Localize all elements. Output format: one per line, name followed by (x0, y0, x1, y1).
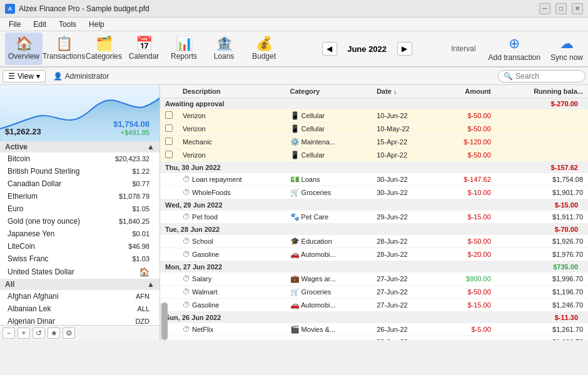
section-collapse-icon[interactable]: ▲ (147, 280, 155, 289)
navigation-area: ◀ June 2022 ▶ (285, 42, 449, 56)
add-transaction-label: Add transaction (489, 53, 540, 62)
menu-help[interactable]: Help (83, 19, 111, 30)
minimize-button[interactable]: ─ (539, 3, 550, 14)
refresh-button[interactable]: ↺ (33, 328, 45, 339)
clock-icon: ⏱ (183, 250, 190, 259)
clock-icon: ⏱ (183, 274, 190, 283)
close-button[interactable]: ✕ (572, 3, 583, 14)
settings-button[interactable]: ⚙ (63, 328, 75, 339)
menu-tools[interactable]: Tools (53, 19, 83, 30)
table-row[interactable]: ⏱ NetFlix 🎬 Movies &... 26-Jun-22 $-5.00… (160, 323, 588, 336)
table-row[interactable]: ⏱ WholeFoods 🛒 Groceries 30-Jun-22 $-10.… (160, 186, 588, 199)
toolbar-overview[interactable]: 🏠 Overview (5, 32, 43, 65)
add-account-button[interactable]: + (18, 328, 30, 339)
clock-icon: ⏱ (183, 301, 190, 309)
cat-icon: 🐾 (290, 212, 300, 221)
cat-icon: 🛒 (290, 188, 300, 197)
remove-account-button[interactable]: − (3, 328, 15, 339)
table-row[interactable]: Verizon 📱 Cellular 10-Apr-22 $-50.00 (160, 149, 588, 162)
transactions-label: Transactions (43, 52, 85, 61)
table-row[interactable]: ⏱ Salary 💼 Wages ar... 27-Jun-22 $800.00… (160, 272, 588, 286)
account-row[interactable]: British Pound Sterling $1.22 (0, 165, 160, 178)
right-panel: Description Category Date ↓ Amount Runni… (160, 85, 588, 340)
cat-icon: 🎬 (290, 325, 300, 334)
calendar-icon: 📅 (136, 37, 153, 51)
view-chevron-icon: ▾ (36, 72, 40, 81)
table-row[interactable]: 26-Jun-22 $1,966.70 (160, 336, 588, 341)
toolbar-transactions[interactable]: 📋 Transactions (45, 32, 83, 65)
account-row[interactable]: Euro $1.05 (0, 202, 160, 215)
account-row[interactable]: Canadian Dollar $0.77 (0, 178, 160, 190)
scrollbar-thumb[interactable] (161, 302, 168, 340)
cat-icon: ⚙️ (290, 138, 300, 146)
budget-icon: 💰 (256, 37, 273, 51)
table-row[interactable]: Verizon 📱 Cellular 10-May-22 $-50.00 (160, 122, 588, 136)
toolbar-categories[interactable]: 🗂️ Categories (85, 32, 123, 65)
bottom-toolbar: − + ↺ ★ ⚙ (0, 325, 160, 340)
loans-icon: 🏦 (216, 37, 233, 51)
chart-left-value: $1,262.23 (5, 127, 41, 136)
cat-icon: 📱 (290, 111, 300, 120)
toolbar-calendar[interactable]: 📅 Calendar (125, 32, 163, 65)
maximize-button[interactable]: □ (555, 3, 567, 14)
table-row[interactable]: ⏱ School 🎓 Education 28-Jun-22 $-50.00 $… (160, 235, 588, 248)
checkbox[interactable] (165, 151, 173, 158)
account-row[interactable]: Japanese Yen $0.01 (0, 228, 160, 240)
col-category[interactable]: Category (285, 85, 372, 98)
user-info: 👤 Administrator (53, 72, 109, 81)
sync-button[interactable]: ☁ Sync now (550, 36, 583, 62)
clock-icon: ⏱ (183, 188, 190, 197)
section-collapse-icon[interactable]: ▲ (147, 142, 155, 151)
col-description[interactable]: Description (178, 85, 285, 98)
table-row[interactable]: ⏱ Walmart 🛒 Groceries 27-Jun-22 $-50.00 … (160, 286, 588, 299)
toolbar-budget[interactable]: 💰 Budget (245, 32, 283, 65)
checkbox[interactable] (165, 124, 173, 132)
date-group-section: Sun, 26 Jun 2022 $-11.30 (160, 312, 588, 324)
favorite-button[interactable]: ★ (48, 328, 60, 339)
menu-edit[interactable]: Edit (27, 19, 53, 30)
account-row[interactable]: Afghan Afghani AFN (0, 290, 160, 302)
scrollbar-track[interactable] (160, 302, 168, 340)
account-row[interactable]: Gold (one troy ounce) $1,840.25 (0, 215, 160, 228)
interval-area: Interval (451, 44, 475, 53)
chart-right-value: $1,754.08 +$491.85 (113, 119, 150, 136)
account-row[interactable]: Algerian Dinar DZD (0, 315, 160, 325)
account-row[interactable]: Albanian Lek ALL (0, 302, 160, 315)
user-name: Administrator (65, 72, 109, 81)
account-row[interactable]: Bitcoin $20,423.32 (0, 152, 160, 165)
date-group-section: Tue, 28 Jun 2022 $-70.00 (160, 224, 588, 236)
add-transaction-button[interactable]: ⊕ Add transaction (489, 36, 540, 62)
accounts-list: Active ▲ Bitcoin $20,423.32 British Poun… (0, 141, 160, 325)
search-input[interactable] (515, 72, 580, 81)
table-row[interactable]: ⏱ Loan repayment 💵 Loans 30-Jun-22 $-147… (160, 173, 588, 186)
account-row[interactable]: LiteCoin $46.98 (0, 240, 160, 252)
table-row[interactable]: Mechanic ⚙️ Maintena... 15-Apr-22 $-120.… (160, 136, 588, 149)
checkbox[interactable] (165, 111, 173, 119)
search-box[interactable]: 🔍 (498, 70, 585, 82)
col-amount[interactable]: Amount (438, 85, 496, 98)
checkbox[interactable] (165, 138, 173, 145)
table-row[interactable]: ⏱ Pet food 🐾 Pet Care 29-Jun-22 $-15.00 … (160, 211, 588, 224)
app-icon: A (5, 4, 15, 14)
toolbar: 🏠 Overview 📋 Transactions 🗂️ Categories … (0, 31, 588, 68)
account-row[interactable]: Swiss Franc $1.03 (0, 252, 160, 265)
account-row[interactable]: Etherium $1,078.79 (0, 190, 160, 202)
clock-icon: ⏱ (183, 175, 190, 184)
toolbar-loans[interactable]: 🏦 Loans (205, 32, 243, 65)
transactions-table: Description Category Date ↓ Amount Runni… (160, 85, 588, 340)
menu-file[interactable]: File (3, 19, 27, 30)
view-label: View (18, 72, 34, 81)
cat-icon: 🎓 (290, 237, 300, 246)
toolbar-reports[interactable]: 📊 Reports (165, 32, 203, 65)
table-row[interactable]: ⏱ Gasoline 🚗 Automobi... 28-Jun-22 $-20.… (160, 248, 588, 261)
transactions-icon: 📋 (56, 37, 73, 51)
account-row[interactable]: United States Dollar 🏠 (0, 265, 160, 279)
view-button[interactable]: ☰ View ▾ (3, 70, 46, 82)
nav-next-button[interactable]: ▶ (397, 42, 412, 56)
table-row[interactable]: ⏱ Gasoline 🚗 Automobi... 27-Jun-22 $-15.… (160, 299, 588, 312)
col-running-balance[interactable]: Running bala... (496, 85, 588, 98)
left-panel: $1,262.23 $1,754.08 +$491.85 Active ▲ Bi… (0, 85, 160, 340)
table-row[interactable]: Verizon 📱 Cellular 10-Jun-22 $-50.00 (160, 109, 588, 122)
col-date[interactable]: Date ↓ (372, 85, 438, 98)
nav-prev-button[interactable]: ◀ (322, 42, 337, 56)
